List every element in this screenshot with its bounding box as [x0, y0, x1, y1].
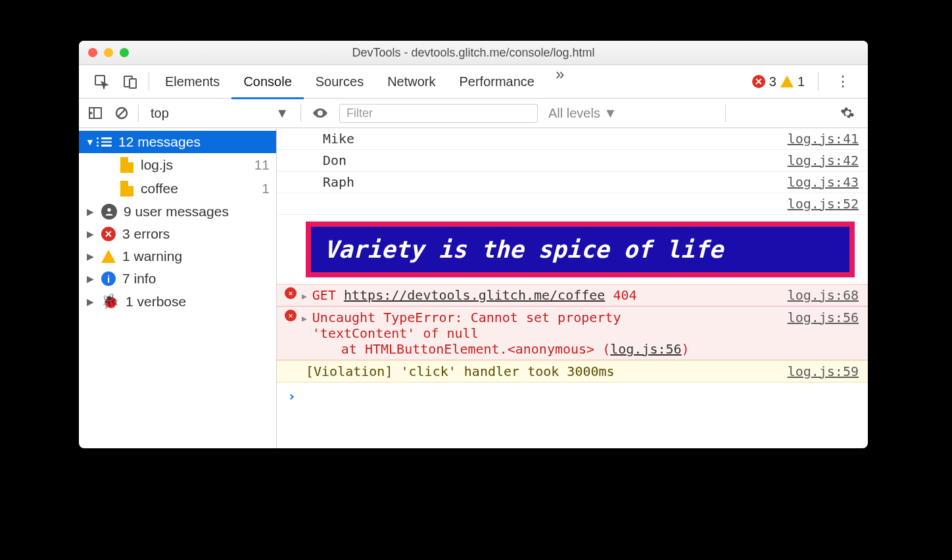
devtools-window: DevTools - devtools.glitch.me/console/lo… [79, 41, 868, 448]
source-link[interactable]: log.js:42 [778, 150, 868, 171]
chevron-right-icon: ▶ [85, 296, 95, 307]
chevron-down-icon: ▼ [275, 106, 289, 121]
info-icon: i [101, 271, 116, 286]
source-link[interactable]: log.js:52 [778, 193, 868, 214]
svg-rect-2 [130, 79, 136, 88]
log-row[interactable]: log.js:52 [277, 193, 868, 215]
cat-label: 9 user messages [124, 204, 229, 220]
stack-link[interactable]: log.js:56 [610, 341, 681, 357]
log-row[interactable]: Don log.js:42 [277, 150, 868, 172]
chevron-right-icon: ▶ [85, 206, 95, 217]
cat-label: 1 warning [122, 248, 182, 264]
sidebar-item-errors[interactable]: ▶ ✕ 3 errors [79, 223, 276, 245]
warning-badge-icon[interactable] [780, 76, 794, 87]
gear-icon[interactable] [834, 106, 861, 120]
tab-console[interactable]: Console [231, 65, 303, 99]
log-text: Raph [277, 172, 778, 193]
error-icon: ✕ [285, 310, 297, 321]
tab-network[interactable]: Network [375, 65, 447, 99]
error-badge-icon[interactable]: ✕ [752, 75, 765, 88]
person-icon [101, 204, 117, 220]
console-toolbar: top ▼ Filter All levels ▼ [79, 99, 868, 128]
chevron-right-icon: ▶ [85, 273, 95, 284]
sidebar-item-messages[interactable]: ▼ 12 messages [79, 131, 276, 153]
chevron-right-icon: ▶ [85, 229, 95, 239]
kebab-menu-icon[interactable]: ⋮ [826, 73, 860, 90]
chevron-right-icon[interactable]: ▶ [302, 310, 307, 323]
violation-text: [Violation] 'click' handler took 3000ms [277, 361, 778, 382]
request-url[interactable]: https://devtools.glitch.me/coffee [344, 287, 605, 303]
error-row[interactable]: ✕ ▶ GET https://devtools.glitch.me/coffe… [277, 284, 868, 306]
window-title: DevTools - devtools.glitch.me/console/lo… [79, 46, 868, 60]
error-count: 3 [769, 74, 776, 89]
cat-label: 1 verbose [126, 294, 186, 310]
log-row[interactable]: Mike log.js:41 [277, 128, 868, 150]
svg-point-7 [107, 208, 110, 212]
toggle-sidebar-icon[interactable] [85, 106, 105, 120]
file-icon [120, 180, 134, 197]
console-sidebar: ▼ 12 messages log.js 11 coffee 1 ▶ 9 use… [79, 128, 277, 448]
http-status: 404 [613, 287, 636, 303]
sidebar-item-user-messages[interactable]: ▶ 9 user messages [79, 200, 276, 223]
log-text [277, 193, 778, 214]
log-text: Mike [277, 128, 778, 149]
tab-performance[interactable]: Performance [448, 65, 547, 99]
error-row[interactable]: ✕ ▶ Uncaught TypeError: Cannot set prope… [277, 306, 868, 360]
warning-icon [101, 250, 116, 263]
cat-label: 7 info [122, 271, 156, 287]
context-label: top [151, 106, 169, 121]
exception-text: Uncaught TypeError: Cannot set property … [312, 310, 690, 357]
log-text: Don [277, 150, 778, 171]
clear-console-icon[interactable] [112, 106, 131, 120]
tabbar-status: ✕ 3 1 ⋮ [752, 72, 860, 91]
sidebar-item-verbose[interactable]: ▶ 🐞 1 verbose [79, 290, 276, 314]
styled-log: Variety is the spice of life [306, 222, 855, 277]
file-count: 1 [262, 181, 270, 197]
cat-label: 3 errors [122, 226, 170, 242]
context-selector[interactable]: top ▼ [145, 105, 294, 122]
source-link[interactable]: log.js:41 [778, 128, 868, 149]
sidebar-item-warnings[interactable]: ▶ 1 warning [79, 245, 276, 268]
source-link[interactable]: log.js:43 [778, 172, 868, 193]
bug-icon: 🐞 [101, 293, 119, 310]
tabbar: Elements Console Sources Network Perform… [79, 65, 868, 99]
file-icon [120, 156, 134, 174]
source-link[interactable]: log.js:59 [778, 361, 868, 382]
file-count: 11 [254, 157, 270, 173]
level-selector[interactable]: All levels ▼ [548, 106, 617, 121]
messages-label: 12 messages [118, 134, 201, 150]
file-name: log.js [141, 157, 173, 173]
sidebar-file-coffee[interactable]: coffee 1 [79, 177, 276, 200]
console-prompt[interactable]: › [277, 383, 868, 409]
tabs: Elements Console Sources Network Perform… [153, 65, 573, 99]
http-method: GET [312, 287, 336, 303]
sidebar-file-logjs[interactable]: log.js 11 [79, 153, 276, 177]
tab-elements[interactable]: Elements [153, 65, 231, 99]
tabs-overflow[interactable]: » [546, 65, 573, 99]
live-expression-icon[interactable] [308, 106, 333, 120]
error-icon: ✕ [101, 227, 116, 241]
tab-sources[interactable]: Sources [304, 65, 375, 99]
svg-line-6 [118, 109, 126, 117]
source-link[interactable]: log.js:56 [778, 307, 868, 328]
titlebar: DevTools - devtools.glitch.me/console/lo… [79, 41, 868, 65]
filter-input[interactable]: Filter [339, 104, 538, 123]
chevron-right-icon: ▶ [85, 251, 95, 262]
source-link[interactable]: log.js:68 [778, 285, 868, 306]
console-output: Mike log.js:41 Don log.js:42 Raph log.js… [277, 128, 868, 448]
log-row[interactable]: Raph log.js:43 [277, 172, 868, 193]
warning-count: 1 [797, 74, 805, 89]
chevron-right-icon[interactable]: ▶ [302, 287, 307, 301]
inspect-icon[interactable] [87, 74, 116, 89]
file-name: coffee [141, 181, 178, 197]
device-toggle-icon[interactable] [116, 74, 145, 89]
violation-row[interactable]: [Violation] 'click' handler took 3000ms … [277, 360, 868, 383]
chevron-down-icon: ▼ [85, 137, 95, 147]
list-icon [101, 137, 112, 147]
error-icon: ✕ [285, 287, 297, 299]
sidebar-item-info[interactable]: ▶ i 7 info [79, 268, 276, 290]
